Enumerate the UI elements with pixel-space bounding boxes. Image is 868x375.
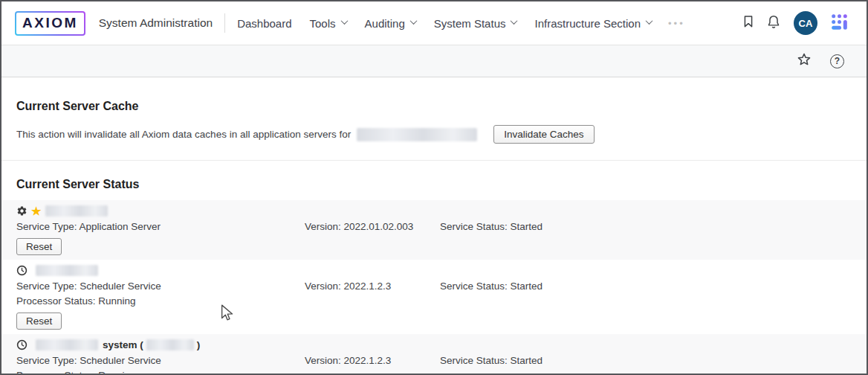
chevron-down-icon bbox=[340, 17, 348, 25]
app-title: System Administration bbox=[99, 16, 213, 30]
favorite-star-icon: ★ bbox=[31, 205, 41, 217]
nav-item-tools[interactable]: Tools bbox=[301, 17, 356, 30]
app-launcher-button[interactable] bbox=[826, 10, 852, 36]
reset-button[interactable]: Reset bbox=[16, 238, 62, 255]
bell-icon bbox=[765, 13, 782, 33]
cache-section-title: Current Server Cache bbox=[16, 100, 867, 113]
server-row-scheduler-system: system ( ) Service Type: Scheduler Servi… bbox=[1, 334, 867, 375]
service-type-text: Service Type: Scheduler Service bbox=[16, 353, 305, 368]
bookmark-button[interactable] bbox=[736, 10, 761, 36]
axiom-logo[interactable]: AXIOM bbox=[15, 11, 85, 36]
favorite-button[interactable] bbox=[796, 51, 812, 71]
page-toolbar: ? bbox=[1, 45, 867, 77]
notifications-button[interactable] bbox=[761, 10, 786, 36]
cache-section: Current Server Cache This action will in… bbox=[1, 100, 867, 144]
nav-item-auditing[interactable]: Auditing bbox=[356, 17, 425, 30]
nav-item-label: Auditing bbox=[365, 17, 405, 30]
favorite-star-icon bbox=[796, 51, 812, 71]
nav-item-system-status[interactable]: System Status bbox=[425, 17, 526, 30]
axiom-logo-text: AXIOM bbox=[16, 13, 84, 34]
nav-item-label: Dashboard bbox=[237, 17, 291, 30]
server-name-text: ) bbox=[197, 339, 201, 350]
nav-item-label: Infrastructure Section bbox=[534, 17, 641, 30]
invalidate-caches-button[interactable]: Invalidate Caches bbox=[493, 125, 594, 144]
processor-status-text: Processor Status: Running bbox=[16, 368, 305, 375]
version-text: Version: 2022.1.2.3 bbox=[305, 279, 440, 294]
redacted-server-name bbox=[36, 339, 98, 350]
chevron-down-icon bbox=[511, 17, 518, 25]
nav-item-label: Tools bbox=[310, 17, 336, 30]
gear-icon bbox=[16, 205, 27, 217]
scheduler-clock-icon bbox=[16, 265, 27, 276]
version-text: Version: 2022.1.2.3 bbox=[305, 353, 440, 368]
server-name-text: system ( bbox=[103, 339, 143, 350]
bookmark-icon bbox=[741, 14, 756, 32]
server-row-scheduler-service: Service Type: Scheduler Service Version:… bbox=[1, 260, 867, 334]
nav-item-dashboard[interactable]: Dashboard bbox=[228, 17, 300, 30]
help-button[interactable]: ? bbox=[830, 54, 844, 68]
chevron-down-icon bbox=[409, 17, 417, 25]
nav-item-label: System Status bbox=[434, 17, 506, 30]
cache-description: This action will invalidate all Axiom da… bbox=[16, 129, 351, 140]
service-status-text: Service Status: Started bbox=[440, 219, 867, 234]
nav-divider bbox=[224, 13, 225, 33]
status-section: Current Server Status ★ Service Type: Ap… bbox=[1, 178, 867, 375]
user-avatar[interactable]: CA bbox=[794, 11, 817, 35]
status-section-title: Current Server Status bbox=[16, 178, 867, 191]
version-text: Version: 2022.01.02.003 bbox=[305, 219, 440, 234]
service-status-text: Service Status: Started bbox=[440, 353, 867, 368]
redacted-server-name bbox=[36, 265, 98, 276]
service-type-text: Service Type: Scheduler Service bbox=[16, 279, 305, 294]
redacted-server-name bbox=[357, 128, 477, 141]
app-grid-icon bbox=[830, 13, 849, 34]
help-icon: ? bbox=[830, 54, 844, 68]
processor-status-text: Processor Status: Running bbox=[16, 294, 305, 309]
server-row-application-server: ★ Service Type: Application Server Versi… bbox=[1, 200, 867, 260]
section-divider bbox=[1, 160, 867, 161]
nav-item-infrastructure-section[interactable]: Infrastructure Section bbox=[525, 17, 661, 30]
app-window: AXIOM System Administration Dashboard To… bbox=[0, 0, 868, 375]
scheduler-clock-icon bbox=[16, 339, 27, 350]
service-status-text: Service Status: Started bbox=[440, 279, 867, 294]
redacted-server-name bbox=[45, 205, 108, 217]
redacted-server-name bbox=[146, 339, 194, 350]
nav-overflow-button[interactable]: ••• bbox=[661, 18, 693, 29]
top-navigation-bar: AXIOM System Administration Dashboard To… bbox=[1, 1, 867, 45]
service-type-text: Service Type: Application Server bbox=[16, 219, 305, 234]
reset-button[interactable]: Reset bbox=[16, 312, 62, 330]
chevron-down-icon bbox=[646, 17, 653, 25]
